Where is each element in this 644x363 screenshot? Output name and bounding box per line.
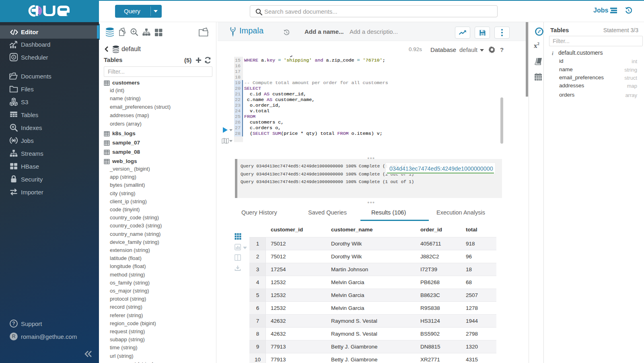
- svg-text:?: ?: [12, 321, 15, 326]
- svg-text:R: R: [12, 334, 16, 339]
